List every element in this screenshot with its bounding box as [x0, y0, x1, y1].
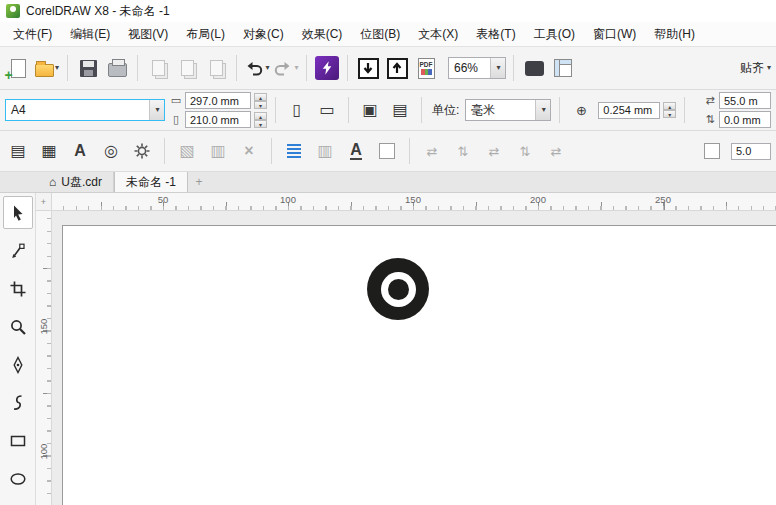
crop-tool[interactable]	[3, 272, 33, 305]
step-up-icon[interactable]: ▴	[254, 112, 267, 120]
paste-button[interactable]	[203, 53, 229, 83]
nudge-stepper[interactable]: ▴ ▾	[663, 102, 676, 118]
units-dropdown-button[interactable]: ▾	[535, 100, 550, 120]
rectangle-tool[interactable]	[3, 424, 33, 457]
shape-tool[interactable]	[3, 234, 33, 267]
landscape-button[interactable]: ▭	[314, 95, 340, 125]
document-options-button[interactable]	[129, 136, 155, 166]
nudge-field[interactable]: 0.254 mm	[598, 102, 660, 119]
image-adjust-button[interactable]: ▥	[205, 136, 231, 166]
search-content-button[interactable]	[314, 53, 340, 83]
outline-options-button[interactable]: ◎	[98, 136, 124, 166]
bullet-list-button[interactable]	[281, 136, 307, 166]
menu-file[interactable]: 文件(F)	[4, 23, 61, 46]
menu-layout[interactable]: 布局(L)	[177, 23, 234, 46]
current-page-settings-button[interactable]: ▣	[357, 95, 383, 125]
menu-view[interactable]: 视图(V)	[119, 23, 177, 46]
menu-effects[interactable]: 效果(C)	[293, 23, 352, 46]
page-size-dropdown-button[interactable]: ▾	[149, 100, 164, 120]
menu-table[interactable]: 表格(T)	[467, 23, 524, 46]
step-down-icon[interactable]: ▾	[254, 120, 267, 128]
publish-pdf-button[interactable]: PDF	[413, 53, 439, 83]
step-up-icon[interactable]: ▴	[254, 93, 267, 101]
fullscreen-preview-button[interactable]	[521, 53, 547, 83]
page-width-stepper[interactable]: ▴ ▾	[254, 93, 267, 109]
ellipse-tool[interactable]	[3, 462, 33, 495]
duplicate-x-field[interactable]: 55.0 m	[719, 92, 771, 109]
separator	[67, 55, 68, 81]
outline-width-field[interactable]: 5.0	[731, 143, 771, 160]
export-button[interactable]	[384, 53, 410, 83]
tab-untitled-document[interactable]: 未命名 -1	[114, 172, 188, 192]
target-circle-shape[interactable]	[367, 258, 429, 320]
landscape-icon: ▭	[319, 102, 334, 118]
copy-button[interactable]	[174, 53, 200, 83]
redo-dropdown-icon[interactable]: ▾	[294, 64, 298, 72]
character-formatting-button[interactable]: A	[67, 136, 93, 166]
print-button[interactable]	[104, 53, 130, 83]
distribute-horizontal-icon: ⇄	[489, 145, 500, 158]
ruler-origin-button[interactable]: +	[36, 193, 52, 211]
redo-button[interactable]: ▾	[273, 53, 299, 83]
step-up-icon[interactable]: ▴	[663, 102, 676, 110]
menu-tools[interactable]: 工具(O)	[525, 23, 584, 46]
export-settings-button[interactable]: ▧	[174, 136, 200, 166]
pick-tool[interactable]	[3, 196, 33, 229]
rectangle-tool-icon	[9, 432, 27, 450]
new-tab-button[interactable]: +	[188, 172, 210, 192]
menu-window[interactable]: 窗口(W)	[584, 23, 645, 46]
separator	[275, 97, 276, 123]
remove-button[interactable]: ×	[236, 136, 262, 166]
step-down-icon[interactable]: ▾	[663, 110, 676, 118]
import-button[interactable]	[355, 53, 381, 83]
step-down-icon[interactable]: ▾	[254, 101, 267, 109]
menu-help[interactable]: 帮助(H)	[645, 23, 704, 46]
outline-style-button[interactable]	[699, 136, 725, 166]
cut-button[interactable]	[145, 53, 171, 83]
snap-to-dropdown[interactable]: 贴齐 ▾	[740, 60, 771, 77]
all-pages-settings-button[interactable]: ▤	[387, 95, 413, 125]
vertical-ruler[interactable]: 150 100	[36, 211, 52, 505]
show-rulers-button[interactable]	[550, 53, 576, 83]
polygon-tool[interactable]	[3, 500, 33, 505]
page-border-button[interactable]: ▤	[5, 136, 31, 166]
distribute-horizontal-button[interactable]: ⇄	[481, 136, 507, 166]
drawing-canvas[interactable]	[52, 211, 776, 505]
nudge-distance-button[interactable]: ⊕	[568, 95, 594, 125]
text-frame-button[interactable]: ▥	[312, 136, 338, 166]
freehand-tool[interactable]	[3, 348, 33, 381]
align-horizontal-button[interactable]: ⇄	[419, 136, 445, 166]
outline-width-group: 5.0	[699, 136, 771, 166]
align-vertical-button[interactable]: ⇅	[450, 136, 476, 166]
align-vertical-icon: ⇅	[458, 145, 469, 158]
units-combo[interactable]: 毫米 ▾	[465, 99, 551, 121]
zoom-tool[interactable]	[3, 310, 33, 343]
drop-cap-button[interactable]: A	[343, 136, 369, 166]
page-width-field[interactable]: 297.0 mm	[185, 92, 251, 109]
page-height-field[interactable]: 210.0 mm	[185, 111, 251, 128]
text-wrap-button[interactable]	[374, 136, 400, 166]
menu-object[interactable]: 对象(C)	[234, 23, 293, 46]
zoom-level-combo[interactable]: 66% ▾	[448, 57, 506, 79]
undo-dropdown-icon[interactable]: ▾	[265, 64, 269, 72]
undo-button[interactable]: ▾	[244, 53, 270, 83]
distribute-vertical-button[interactable]: ⇅	[512, 136, 538, 166]
open-button[interactable]: ▾	[34, 53, 60, 83]
zoom-dropdown-button[interactable]: ▾	[490, 58, 505, 78]
horizontal-ruler[interactable]: 50 100 150 200 250	[52, 193, 776, 211]
menu-bitmaps[interactable]: 位图(B)	[351, 23, 409, 46]
portrait-button[interactable]: ▯	[284, 95, 310, 125]
page-height-stepper[interactable]: ▴ ▾	[254, 112, 267, 128]
menu-edit[interactable]: 编辑(E)	[61, 23, 119, 46]
grid-button[interactable]: ▦	[36, 136, 62, 166]
new-document-button[interactable]: +	[5, 53, 31, 83]
spacing-button[interactable]: ⇄	[543, 136, 569, 166]
page-size-combo[interactable]: A4 ▾	[5, 99, 165, 121]
duplicate-y-field[interactable]: 0.0 mm	[719, 111, 771, 128]
tab-udisk-document[interactable]: ⌂ U盘.cdr	[38, 172, 114, 192]
save-button[interactable]	[75, 53, 101, 83]
pen-tool[interactable]	[3, 386, 33, 419]
open-dropdown-icon[interactable]: ▾	[55, 64, 59, 72]
copy-icon	[181, 60, 194, 76]
menu-text[interactable]: 文本(X)	[409, 23, 467, 46]
